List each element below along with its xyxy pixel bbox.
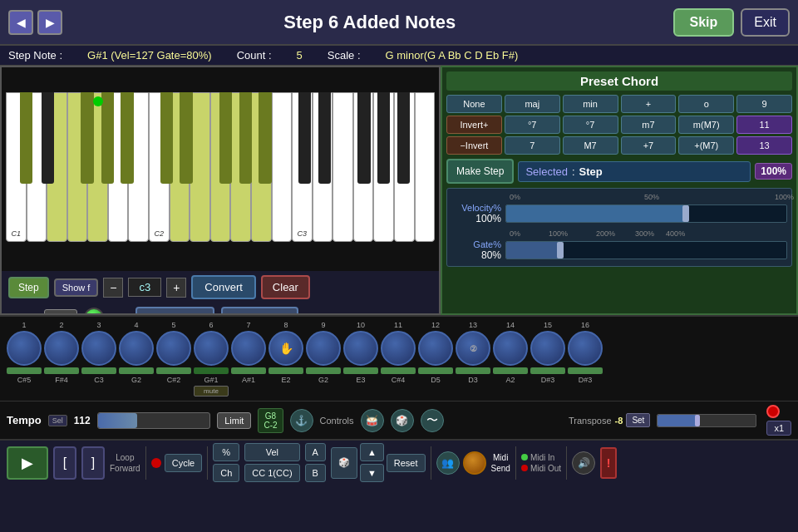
- skip-button[interactable]: Skip: [673, 8, 735, 37]
- chord-plus[interactable]: +: [621, 95, 677, 113]
- white-key-c2[interactable]: C2: [149, 92, 170, 242]
- chord-pM7[interactable]: +(M7): [678, 136, 734, 155]
- record-dot[interactable]: [766, 405, 780, 418]
- cc-button[interactable]: CC 1(CC): [244, 464, 299, 482]
- wave-icon[interactable]: 〜: [421, 409, 444, 432]
- step-knob-14[interactable]: [493, 331, 528, 366]
- white-key-f2[interactable]: [210, 92, 231, 242]
- step-knob-3[interactable]: [81, 331, 116, 366]
- step-knob-2[interactable]: [44, 331, 79, 366]
- volume-icon[interactable]: 🔊: [572, 451, 595, 475]
- minus-button[interactable]: −: [103, 278, 123, 298]
- velocity-slider[interactable]: [505, 204, 787, 223]
- white-key-a2[interactable]: [251, 92, 272, 242]
- x1-button[interactable]: x1: [766, 421, 791, 436]
- chord-invert-plus[interactable]: Invert+: [446, 116, 502, 134]
- convert-button[interactable]: Convert: [191, 275, 256, 299]
- step-knob-13[interactable]: ②: [456, 331, 490, 366]
- chord-mM7[interactable]: m(M7): [678, 116, 734, 134]
- white-key-b2[interactable]: [272, 92, 293, 242]
- cycle-button[interactable]: Cycle: [165, 454, 203, 472]
- restore-preset-button[interactable]: Restore Preset: [221, 307, 298, 315]
- white-key-b3[interactable]: [415, 92, 436, 242]
- anchor-icon[interactable]: ⚓: [290, 409, 313, 432]
- tempo-slider[interactable]: [97, 412, 211, 429]
- chord-minus-invert[interactable]: −Invert: [446, 136, 502, 155]
- white-key-g2[interactable]: [230, 92, 251, 242]
- save-preset-button[interactable]: Save as Preset: [135, 307, 214, 315]
- white-key-a1[interactable]: [108, 92, 129, 242]
- white-key-e1[interactable]: [47, 92, 67, 242]
- step-knob-4[interactable]: [119, 331, 154, 366]
- white-key-f1[interactable]: [67, 92, 88, 242]
- vel-button[interactable]: Vel: [244, 443, 299, 461]
- transpose-slider[interactable]: [657, 414, 756, 427]
- gate-slider[interactable]: [505, 241, 787, 259]
- step-button[interactable]: Step: [8, 277, 49, 298]
- make-step-button[interactable]: Make Step: [446, 159, 514, 184]
- white-key-g1[interactable]: [87, 92, 108, 242]
- dice-icon[interactable]: 🎲: [391, 409, 414, 432]
- drum-icon[interactable]: 🥁: [361, 409, 384, 432]
- chord-7[interactable]: 7: [505, 136, 560, 155]
- chord-none[interactable]: None: [446, 95, 502, 113]
- step-knob-1[interactable]: [7, 331, 42, 366]
- white-key-d1[interactable]: [27, 92, 47, 242]
- step-knob-5[interactable]: [156, 331, 191, 366]
- step-knob-12[interactable]: [418, 331, 453, 366]
- white-key-d2[interactable]: [170, 92, 190, 242]
- white-key-e3[interactable]: [332, 92, 353, 242]
- strum-off-button[interactable]: OFF: [44, 309, 77, 315]
- a-button[interactable]: A: [305, 443, 326, 461]
- bracket-close-button[interactable]: ]: [81, 446, 105, 480]
- people-icon[interactable]: 👥: [436, 451, 460, 475]
- white-key-d3[interactable]: [313, 92, 333, 242]
- exclamation-button[interactable]: !: [600, 447, 617, 479]
- white-key-c1[interactable]: C1: [6, 92, 27, 242]
- nav-fwd-button[interactable]: ▶: [37, 10, 62, 35]
- arrow-up-button[interactable]: ▲: [360, 443, 384, 461]
- set-button[interactable]: Set: [626, 413, 650, 427]
- white-key-c3[interactable]: C3: [292, 92, 313, 242]
- step-knob-7[interactable]: [231, 331, 266, 366]
- step-knob-9[interactable]: [306, 331, 341, 366]
- white-key-f3[interactable]: [353, 92, 374, 242]
- white-key-a3[interactable]: [394, 92, 415, 242]
- chord-13[interactable]: 13: [736, 136, 792, 155]
- plus-button[interactable]: +: [166, 278, 186, 298]
- chord-o[interactable]: o: [678, 95, 734, 113]
- chord-plus7[interactable]: +7: [621, 136, 677, 155]
- arrow-down-button[interactable]: ▼: [360, 464, 384, 482]
- step-knob-11[interactable]: [381, 331, 416, 366]
- chord-maj[interactable]: maj: [505, 95, 560, 113]
- chord-11[interactable]: 11: [736, 116, 792, 134]
- nav-back-button[interactable]: ◀: [8, 10, 33, 35]
- chord-m7[interactable]: m7: [621, 116, 677, 134]
- show-button[interactable]: Show f: [54, 278, 99, 297]
- step-knob-6[interactable]: [194, 331, 229, 366]
- chord-9[interactable]: 9: [736, 95, 792, 113]
- limit-button[interactable]: Limit: [217, 412, 251, 429]
- step-knob-8[interactable]: ✋: [268, 331, 303, 366]
- clear-button[interactable]: Clear: [261, 275, 310, 299]
- exit-button[interactable]: Exit: [741, 8, 790, 37]
- step-knob-15[interactable]: [530, 331, 565, 366]
- play-button[interactable]: ▶: [7, 446, 48, 480]
- ch-button[interactable]: Ch: [213, 464, 239, 482]
- white-key-g3[interactable]: [373, 92, 394, 242]
- bracket-open-button[interactable]: [: [53, 446, 76, 480]
- chord-o7-1[interactable]: °7: [505, 116, 560, 134]
- mute-btn-6[interactable]: mute: [194, 386, 229, 397]
- reset-button[interactable]: Reset: [387, 454, 426, 472]
- orange-knob[interactable]: [463, 451, 486, 475]
- dice-bottom-button[interactable]: 🎲: [331, 447, 357, 479]
- step-knob-10[interactable]: [343, 331, 378, 366]
- percent-button[interactable]: %: [213, 443, 239, 461]
- chord-M7[interactable]: M7: [563, 136, 618, 155]
- b-button[interactable]: B: [305, 464, 326, 482]
- chord-min[interactable]: min: [563, 95, 618, 113]
- strum-knob[interactable]: [84, 308, 104, 315]
- white-key-b1[interactable]: [128, 92, 149, 242]
- white-key-e2[interactable]: [190, 92, 210, 242]
- chord-o7-2[interactable]: °7: [563, 116, 618, 134]
